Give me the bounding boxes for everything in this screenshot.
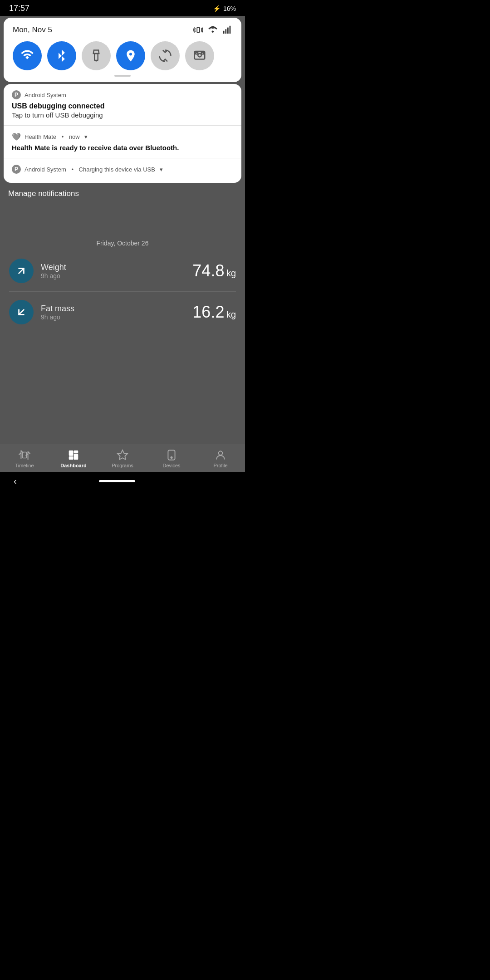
notification-health-mate[interactable]: 🩶 Health Mate • now ▾ Health Mate is rea…	[4, 125, 241, 158]
battery-charging-icon: ⚡	[213, 5, 220, 12]
status-time: 17:57	[9, 4, 29, 13]
svg-point-20	[171, 457, 172, 458]
back-button[interactable]: ‹	[14, 476, 17, 486]
qs-tile-wifi[interactable]	[13, 41, 42, 70]
svg-line-1	[19, 310, 24, 315]
notif-time-health: now	[69, 133, 80, 140]
devices-icon	[165, 449, 178, 461]
dashboard-icon	[67, 449, 80, 461]
quick-settings-panel: Mon, Nov 5	[4, 18, 241, 82]
notif-app-row-charge: P Android System • Charging this device …	[12, 165, 233, 174]
notif-body-health: Health Mate is ready to receive data ove…	[12, 144, 233, 152]
notifications-card: P Android System USB debugging connected…	[4, 84, 241, 183]
fatmass-label: Fat mass	[41, 304, 185, 314]
qs-date: Mon, Nov 5	[13, 25, 52, 34]
health-mate-icon: 🩶	[12, 132, 21, 141]
notification-usb-charge[interactable]: P Android System • Charging this device …	[4, 158, 241, 183]
weight-value: 74.8 kg	[192, 261, 236, 280]
nav-item-devices[interactable]: Devices	[147, 447, 196, 470]
nav-item-dashboard[interactable]: Dashboard	[49, 447, 98, 470]
autorotate-tile-icon	[158, 49, 172, 63]
notif-body-usb: Tap to turn off USB debugging	[12, 111, 233, 119]
svg-rect-17	[74, 454, 78, 460]
notif-charging-text: Charging this device via USB	[79, 166, 155, 173]
notif-chevron-health: ▾	[84, 133, 88, 140]
notif-appname-health: Health Mate	[24, 133, 56, 140]
signal-bars-icon	[222, 25, 232, 35]
weight-metric-row: Weight 9h ago 74.8 kg	[0, 250, 245, 291]
qs-tile-screensaver[interactable]	[185, 41, 214, 70]
qs-tile-flashlight[interactable]	[82, 41, 111, 70]
notif-title-usb: USB debugging connected	[12, 102, 233, 110]
timeline-label: Timeline	[15, 463, 34, 468]
manage-notifications[interactable]: Manage notifications	[0, 185, 245, 204]
qs-drag-handle[interactable]	[13, 75, 232, 77]
vibrate-icon	[193, 25, 203, 35]
fatmass-icon-circle	[9, 300, 34, 324]
android-system-icon-1: P	[12, 90, 21, 99]
weight-icon-circle	[9, 259, 34, 283]
svg-rect-6	[230, 26, 231, 34]
qs-header: Mon, Nov 5	[13, 25, 232, 35]
qs-tiles	[13, 41, 232, 70]
qs-tile-bluetooth[interactable]	[47, 41, 76, 70]
bottom-navigation: Timeline Dashboard Programs	[0, 444, 245, 472]
devices-label: Devices	[162, 463, 180, 468]
bluetooth-tile-icon	[55, 49, 69, 63]
bottom-system-bar: ‹	[0, 472, 245, 490]
notif-appname-charge: Android System	[24, 166, 66, 173]
svg-rect-14	[69, 451, 73, 456]
wifi-tile-icon	[20, 49, 34, 63]
profile-icon	[214, 449, 227, 461]
notif-timestamp-health: •	[60, 133, 65, 140]
svg-rect-3	[223, 31, 225, 34]
timeline-icon	[18, 449, 31, 461]
wifi-icon	[208, 25, 218, 35]
svg-line-0	[19, 269, 24, 274]
fatmass-time: 9h ago	[41, 314, 185, 321]
nav-item-profile[interactable]: Profile	[196, 447, 245, 470]
svg-rect-11	[196, 53, 198, 54]
fatmass-value: 16.2 kg	[192, 303, 236, 322]
flashlight-tile-icon	[89, 49, 103, 63]
svg-marker-18	[118, 450, 127, 460]
notif-charging-sep: •	[70, 166, 75, 173]
app-date: Friday, October 26	[0, 236, 245, 250]
programs-label: Programs	[112, 463, 133, 468]
dashboard-icon-svg	[68, 449, 79, 461]
svg-rect-2	[197, 28, 200, 33]
svg-rect-12	[201, 53, 204, 54]
svg-rect-4	[225, 29, 226, 34]
qs-tile-autorotate[interactable]	[151, 41, 180, 70]
qs-header-icons	[193, 25, 232, 35]
fatmass-metric-row: Fat mass 9h ago 16.2 kg	[0, 292, 245, 333]
weight-info: Weight 9h ago	[41, 263, 185, 279]
svg-rect-15	[74, 451, 78, 453]
qs-tile-location[interactable]	[116, 41, 145, 70]
nav-item-timeline[interactable]: Timeline	[0, 447, 49, 470]
notif-app-row-usb: P Android System	[12, 90, 233, 99]
nav-item-programs[interactable]: Programs	[98, 447, 147, 470]
battery-percentage: 16%	[223, 5, 236, 12]
notif-chevron-charge: ▾	[160, 166, 163, 173]
screensaver-tile-icon	[193, 49, 206, 63]
status-icons: ⚡ 16%	[213, 5, 236, 12]
svg-point-21	[219, 451, 223, 455]
profile-label: Profile	[213, 463, 227, 468]
notif-appname-usb: Android System	[24, 92, 66, 98]
weight-label: Weight	[41, 263, 185, 272]
fatmass-info: Fat mass 9h ago	[41, 304, 185, 321]
weight-time: 9h ago	[41, 272, 185, 279]
home-pill[interactable]	[99, 480, 135, 482]
programs-icon	[116, 449, 129, 461]
dashboard-label: Dashboard	[60, 463, 86, 468]
svg-rect-5	[227, 28, 229, 34]
svg-rect-16	[69, 456, 73, 460]
status-bar: 17:57 ⚡ 16%	[0, 0, 245, 16]
android-system-icon-2: P	[12, 165, 21, 174]
notification-usb-debug[interactable]: P Android System USB debugging connected…	[4, 84, 241, 125]
notification-shade: 17:57 ⚡ 16% Mon, Nov 5	[0, 0, 245, 204]
notif-app-row-health: 🩶 Health Mate • now ▾	[12, 132, 233, 141]
svg-rect-7	[94, 54, 98, 60]
location-tile-icon	[124, 49, 137, 63]
